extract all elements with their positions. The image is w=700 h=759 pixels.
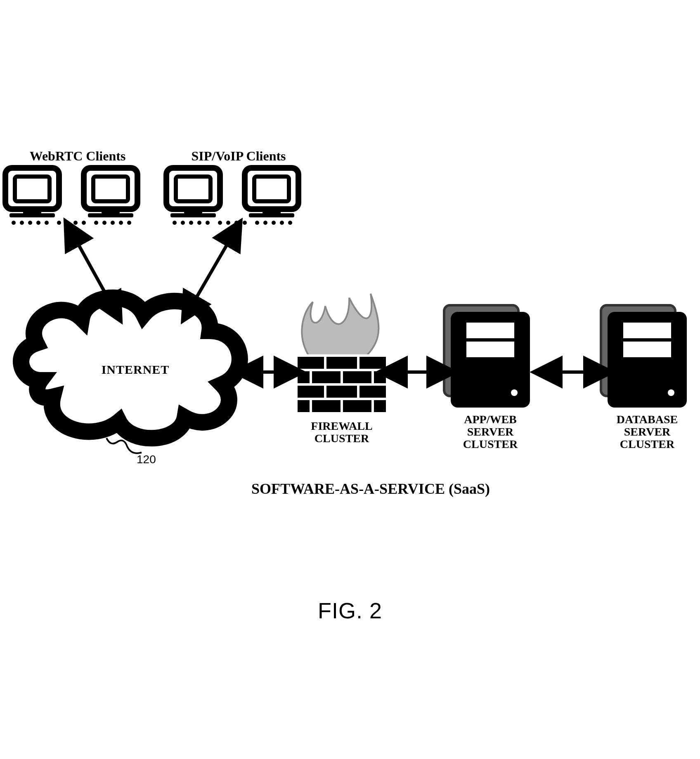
sip-clients-icon bbox=[166, 168, 298, 225]
arrow-sip-to-internet bbox=[189, 232, 234, 310]
internet-label: INTERNET bbox=[86, 363, 185, 376]
webrtc-clients-icon bbox=[5, 168, 137, 225]
webrtc-clients-label: WebRTC Clients bbox=[7, 149, 148, 163]
firewall-label-line1: FIREWALL bbox=[296, 420, 387, 432]
app-server-icon bbox=[444, 305, 530, 407]
db-server-icon bbox=[601, 305, 686, 407]
figure-caption: FIG. 2 bbox=[267, 599, 433, 622]
dbserver-label-line2: SERVER bbox=[598, 426, 697, 438]
diagram-stage: WebRTC Clients SIP/VoIP Clients INTERNET… bbox=[0, 30, 700, 729]
internet-ref-number: 120 bbox=[137, 453, 156, 465]
sip-clients-label: SIP/VoIP Clients bbox=[168, 149, 309, 163]
diagram-subtitle: SOFTWARE-AS-A-SERVICE (SaaS) bbox=[185, 481, 556, 497]
appserver-label-line2: SERVER bbox=[445, 426, 536, 438]
dbserver-label-line1: DATABASE bbox=[598, 413, 697, 425]
diagram-svg bbox=[0, 30, 700, 729]
appserver-label-line3: CLUSTER bbox=[445, 438, 536, 450]
appserver-label-line1: APP/WEB bbox=[445, 413, 536, 425]
firewall-label-line2: CLUSTER bbox=[296, 432, 387, 444]
firewall-icon bbox=[296, 294, 387, 413]
dbserver-label-line3: CLUSTER bbox=[598, 438, 697, 450]
